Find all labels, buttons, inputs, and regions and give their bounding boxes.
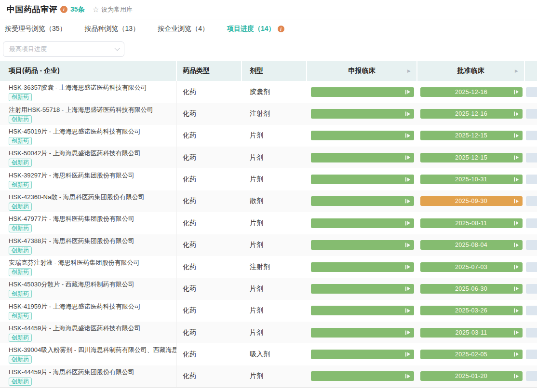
- dosage-form: 片剂: [250, 175, 263, 184]
- table-row[interactable]: HSK-39004吸入粉雾剂 - 四川海思科制药有限公司、西藏海思科制药有限公司…: [0, 343, 537, 365]
- table-row[interactable]: HSK-41959片 - 上海海思盛诺医药科技有限公司 创新药 化药 片剂 20…: [0, 300, 537, 322]
- project-name: HSK-39004吸入粉雾剂 - 四川海思科制药有限公司、西藏海思科制药有限公司: [9, 346, 177, 354]
- declared-clinical-cell: [307, 147, 417, 168]
- next-stage-bar[interactable]: [526, 87, 537, 97]
- approved-date: 2025-10-31: [455, 176, 487, 183]
- table-row[interactable]: 注射用HSK-55718 - 上海海思盛诺医药科技有限公司 创新药 化药 注射剂…: [0, 103, 537, 124]
- step-play-icon: [405, 155, 410, 160]
- declared-clinical-bar[interactable]: [311, 175, 414, 184]
- next-stage-bar[interactable]: [526, 153, 537, 162]
- approved-clinical-bar[interactable]: 2025-08-04: [420, 240, 523, 250]
- dosage-form-cell: 片剂: [242, 365, 307, 387]
- innovative-drug-tag: 创新药: [9, 181, 32, 189]
- set-favorite-button[interactable]: ☆ 设为常用库: [93, 5, 133, 14]
- project-name: HSK-45019片 - 上海海思盛诺医药科技有限公司: [9, 127, 177, 135]
- declared-clinical-bar[interactable]: [311, 262, 414, 272]
- tab-3[interactable]: 项目进度（14）i: [227, 25, 287, 33]
- table-row[interactable]: HSK-42360-Na散 - 海思科医药集团股份有限公司 创新药 化药 散剂 …: [0, 190, 537, 212]
- approved-date: 2025-12-16: [455, 110, 487, 117]
- dosage-form: 注射剂: [250, 109, 270, 118]
- table-row[interactable]: HSK-47388片 - 海思科医药集团股份有限公司 创新药 化药 片剂 202…: [0, 234, 537, 256]
- table-row[interactable]: HSK-39297片 - 海思科医药集团股份有限公司 创新药 化药 片剂 202…: [0, 168, 537, 190]
- overflow-cell: [525, 256, 537, 278]
- innovative-drug-tag: 创新药: [9, 137, 32, 145]
- tab-2[interactable]: 按企业浏览（4）: [158, 25, 209, 33]
- drug-type: 化药: [183, 306, 196, 315]
- declared-clinical-bar[interactable]: [311, 196, 414, 206]
- declared-clinical-bar[interactable]: [311, 371, 414, 381]
- approved-clinical-bar[interactable]: 2025-03-26: [420, 306, 523, 315]
- favorite-label: 设为常用库: [101, 5, 133, 14]
- declared-clinical-bar[interactable]: [311, 153, 414, 162]
- declared-clinical-bar[interactable]: [311, 240, 414, 250]
- approved-clinical-bar[interactable]: 2025-12-15: [420, 131, 523, 140]
- next-stage-bar[interactable]: [526, 218, 537, 228]
- project-cell: HSK-45030分散片 - 西藏海思科制药有限公司 创新药: [0, 278, 177, 299]
- declared-clinical-bar[interactable]: [311, 218, 414, 228]
- next-stage-bar[interactable]: [526, 262, 537, 272]
- next-stage-bar[interactable]: [526, 175, 537, 184]
- approved-clinical-bar[interactable]: 2025-06-30: [420, 284, 523, 294]
- tab-1[interactable]: 按品种浏览（13）: [85, 25, 140, 33]
- step-play-icon: [514, 112, 519, 116]
- tab-0[interactable]: 按受理号浏览（35）: [5, 25, 67, 33]
- next-stage-bar[interactable]: [526, 350, 537, 359]
- next-stage-bar[interactable]: [526, 328, 537, 338]
- declared-clinical-bar[interactable]: [311, 87, 414, 97]
- approved-clinical-bar[interactable]: 2025-08-11: [420, 218, 523, 228]
- dosage-form: 片剂: [250, 131, 263, 140]
- approved-clinical-bar[interactable]: 2025-03-11: [420, 328, 523, 338]
- approved-clinical-bar[interactable]: 2025-09-30: [420, 196, 523, 206]
- next-stage-bar[interactable]: [526, 371, 537, 381]
- next-stage-bar[interactable]: [526, 284, 537, 294]
- declared-clinical-bar[interactable]: [311, 131, 414, 140]
- drug-type: 化药: [183, 263, 196, 271]
- declared-clinical-bar[interactable]: [311, 350, 414, 359]
- declared-clinical-bar[interactable]: [311, 109, 414, 119]
- drug-type-cell: 化药: [177, 147, 242, 168]
- declared-clinical-bar[interactable]: [311, 328, 414, 338]
- approved-clinical-bar[interactable]: 2025-12-15: [420, 153, 523, 162]
- declared-clinical-cell: [307, 343, 417, 365]
- table-row[interactable]: HSK-47977片 - 海思科医药集团股份有限公司 创新药 化药 片剂 202…: [0, 212, 537, 234]
- innovative-drug-tag: 创新药: [9, 159, 32, 167]
- progress-filter-select[interactable]: 最高项目进度: [3, 41, 124, 57]
- table-row[interactable]: HSK-44459片 - 上海海思盛诺医药科技有限公司 创新药 化药 片剂 20…: [0, 322, 537, 343]
- table-row[interactable]: HSK-45030分散片 - 西藏海思科制药有限公司 创新药 化药 片剂 202…: [0, 278, 537, 299]
- tab-label: 按企业浏览（4）: [158, 25, 209, 33]
- declared-clinical-bar[interactable]: [311, 284, 414, 294]
- table-row[interactable]: HSK-44459片 - 海思科医药集团股份有限公司 创新药 化药 片剂 202…: [0, 365, 537, 387]
- info-icon[interactable]: i: [278, 26, 284, 32]
- next-stage-bar[interactable]: [526, 131, 537, 140]
- column-label: 批准临床: [457, 67, 484, 75]
- innovative-drug-tag: 创新药: [9, 312, 32, 320]
- expand-right-icon[interactable]: ▶: [515, 68, 518, 73]
- declared-clinical-cell: [307, 190, 417, 212]
- approved-clinical-bar[interactable]: 2025-10-31: [420, 175, 523, 184]
- info-icon[interactable]: i: [60, 6, 67, 13]
- approved-clinical-bar[interactable]: 2025-02-05: [420, 350, 523, 359]
- dosage-form-cell: 片剂: [242, 278, 307, 299]
- table-row[interactable]: 安瑞克芬注射液 - 海思科医药集团股份有限公司 创新药 化药 注射剂 2025-…: [0, 256, 537, 278]
- step-play-icon: [514, 286, 519, 291]
- approved-clinical-bar[interactable]: 2025-01-20: [420, 371, 523, 381]
- next-stage-bar[interactable]: [526, 196, 537, 206]
- table-row[interactable]: HSK-36357胶囊 - 上海海思盛诺医药科技有限公司 创新药 化药 胶囊剂 …: [0, 81, 537, 103]
- approved-clinical-bar[interactable]: 2025-12-16: [420, 87, 523, 97]
- approved-clinical-cell: 2025-03-11: [417, 322, 525, 343]
- expand-right-icon[interactable]: ▶: [407, 68, 411, 73]
- next-stage-bar[interactable]: [526, 306, 537, 315]
- drug-type-cell: 化药: [177, 343, 242, 365]
- approved-date: 2025-08-11: [455, 220, 487, 227]
- table-row[interactable]: HSK-45019片 - 上海海思盛诺医药科技有限公司 创新药 化药 片剂 20…: [0, 125, 537, 147]
- step-play-icon: [514, 221, 519, 225]
- approved-clinical-bar[interactable]: 2025-12-16: [420, 109, 523, 119]
- approved-clinical-bar[interactable]: 2025-07-03: [420, 262, 523, 272]
- declared-clinical-bar[interactable]: [311, 306, 414, 315]
- project-cell: 注射用HSK-55718 - 上海海思盛诺医药科技有限公司 创新药: [0, 103, 177, 124]
- table-row[interactable]: HSK-50042片 - 上海海思盛诺医药科技有限公司 创新药 化药 片剂 20…: [0, 147, 537, 168]
- next-stage-bar[interactable]: [526, 109, 537, 119]
- project-name: HSK-50042片 - 上海海思盛诺医药科技有限公司: [9, 149, 177, 157]
- column-label: 剂型: [250, 67, 263, 75]
- next-stage-bar[interactable]: [526, 240, 537, 250]
